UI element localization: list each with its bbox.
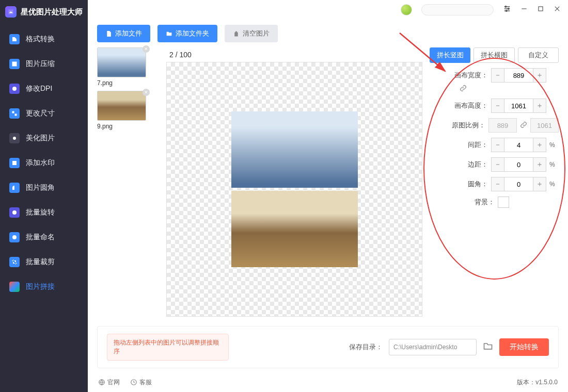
- minimize-icon[interactable]: [520, 5, 528, 14]
- list-item[interactable]: ✕ 9.png: [97, 91, 159, 130]
- image-counter: 2 / 100: [169, 51, 422, 59]
- canvas-width-input[interactable]: [504, 68, 533, 83]
- user-chip[interactable]: [421, 4, 494, 15]
- bg-label: 背景：: [475, 198, 495, 207]
- add-folder-button[interactable]: 添加文件夹: [157, 25, 217, 42]
- resize-icon: [9, 108, 20, 119]
- remove-thumb-icon[interactable]: ✕: [143, 45, 150, 53]
- save-dir-label: 保存目录：: [349, 342, 383, 352]
- app-title: 星优图片处理大师: [0, 0, 88, 27]
- canvas-width-label: 画布宽度：: [454, 71, 488, 80]
- thumbnail-image: [97, 91, 146, 121]
- gap-input[interactable]: [504, 138, 533, 152]
- support-link[interactable]: 客服: [130, 378, 152, 387]
- folder-icon[interactable]: [483, 341, 493, 353]
- remove-thumb-icon[interactable]: ✕: [143, 89, 150, 96]
- compress-icon: [9, 59, 20, 69]
- sidebar-item-format[interactable]: 格式转换: [0, 27, 88, 52]
- thumbnail-label: 9.png: [97, 123, 159, 130]
- preview-canvas: [166, 62, 422, 317]
- sidebar-item-stitch[interactable]: 图片拼接: [0, 274, 88, 299]
- dec-button[interactable]: －: [491, 68, 504, 83]
- stitched-preview: [231, 111, 358, 267]
- settings-panel: 拼长竖图 拼长横图 自定义 画布宽度： －＋ 画布高度： －＋ 原图比例： 间距…: [430, 47, 559, 317]
- settings-icon[interactable]: [503, 5, 511, 15]
- bg-color-picker[interactable]: [498, 197, 509, 208]
- footer-links: 官网 客服: [98, 372, 152, 392]
- gap-label: 间距：: [468, 140, 488, 150]
- clear-button[interactable]: 清空图片: [225, 25, 278, 42]
- add-file-button[interactable]: 添加文件: [97, 25, 150, 42]
- titlebar: [88, 0, 568, 20]
- tab-vertical[interactable]: 拼长竖图: [430, 47, 470, 63]
- link-icon[interactable]: [520, 121, 527, 130]
- dpi-icon: [9, 84, 20, 94]
- radius-input[interactable]: [504, 177, 533, 191]
- list-item[interactable]: ✕ 7.png: [97, 47, 159, 87]
- thumbnail-list: ✕ 7.png ✕ 9.png: [97, 47, 159, 317]
- svg-point-4: [508, 8, 509, 10]
- sidebar-item-dpi[interactable]: 修改DPI: [0, 76, 88, 101]
- ratio-label: 原图比例：: [452, 121, 485, 130]
- save-dir-input[interactable]: [389, 339, 477, 355]
- dec-button[interactable]: －: [491, 138, 504, 152]
- sidebar-item-rotate[interactable]: 批量旋转: [0, 200, 88, 225]
- format-icon: [9, 34, 20, 44]
- sidebar-item-crop[interactable]: 批量裁剪: [0, 250, 88, 274]
- margin-label: 边距：: [468, 160, 488, 169]
- stitch-icon: [9, 282, 20, 292]
- canvas-height-label: 画布高度：: [454, 101, 488, 110]
- start-button[interactable]: 开始转换: [499, 338, 549, 356]
- inc-button[interactable]: ＋: [533, 68, 546, 83]
- radius-icon: [9, 183, 20, 193]
- dec-button[interactable]: －: [491, 157, 504, 172]
- app-logo-icon: [5, 6, 17, 18]
- maximize-icon[interactable]: [537, 5, 544, 14]
- sidebar-item-radius[interactable]: 图片圆角: [0, 175, 88, 200]
- dec-button[interactable]: －: [491, 177, 504, 191]
- close-icon[interactable]: [554, 5, 561, 14]
- inc-button[interactable]: ＋: [533, 138, 546, 152]
- svg-point-3: [505, 6, 507, 8]
- tab-horizontal[interactable]: 拼长横图: [474, 47, 514, 63]
- dec-button[interactable]: －: [491, 99, 504, 113]
- toolbar: 添加文件 添加文件夹 清空图片: [88, 20, 568, 47]
- crop-icon: [9, 257, 20, 267]
- sidebar-item-resize[interactable]: 更改尺寸: [0, 101, 88, 126]
- thumbnail-image: [97, 47, 146, 77]
- link-icon[interactable]: [460, 85, 467, 93]
- version-label: 版本：v1.5.0.0: [517, 378, 558, 387]
- reorder-hint: 拖动左侧列表中的图片可以调整拼接顺序: [107, 334, 229, 361]
- ratio-h: [530, 118, 559, 133]
- sidebar-item-watermark[interactable]: 添加水印: [0, 151, 88, 175]
- svg-point-1: [13, 137, 16, 140]
- inc-button[interactable]: ＋: [533, 177, 546, 191]
- svg-point-2: [12, 235, 17, 239]
- website-link[interactable]: 官网: [98, 378, 120, 387]
- bottom-bar: 拖动左侧列表中的图片可以调整拼接顺序 保存目录： 开始转换: [97, 326, 559, 368]
- margin-input[interactable]: [504, 157, 533, 172]
- svg-rect-6: [539, 7, 543, 11]
- avatar[interactable]: [401, 4, 412, 15]
- radius-label: 圆角：: [468, 179, 488, 189]
- sidebar-item-beautify[interactable]: 美化图片: [0, 126, 88, 151]
- ratio-w: [488, 118, 517, 133]
- svg-point-0: [12, 87, 17, 91]
- rotate-icon: [9, 207, 20, 218]
- tab-custom[interactable]: 自定义: [518, 47, 559, 63]
- rename-icon: [9, 232, 20, 242]
- thumbnail-label: 7.png: [97, 79, 159, 87]
- inc-button[interactable]: ＋: [533, 99, 546, 113]
- beautify-icon: [9, 133, 20, 143]
- sidebar: 星优图片处理大师 格式转换 图片压缩 修改DPI 更改尺寸 美化图片 添加水印 …: [0, 0, 88, 392]
- sidebar-item-compress[interactable]: 图片压缩: [0, 52, 88, 76]
- sidebar-item-rename[interactable]: 批量命名: [0, 225, 88, 250]
- canvas-height-input[interactable]: [504, 99, 533, 113]
- inc-button[interactable]: ＋: [533, 157, 546, 172]
- watermark-icon: [9, 158, 20, 168]
- svg-point-5: [506, 10, 507, 12]
